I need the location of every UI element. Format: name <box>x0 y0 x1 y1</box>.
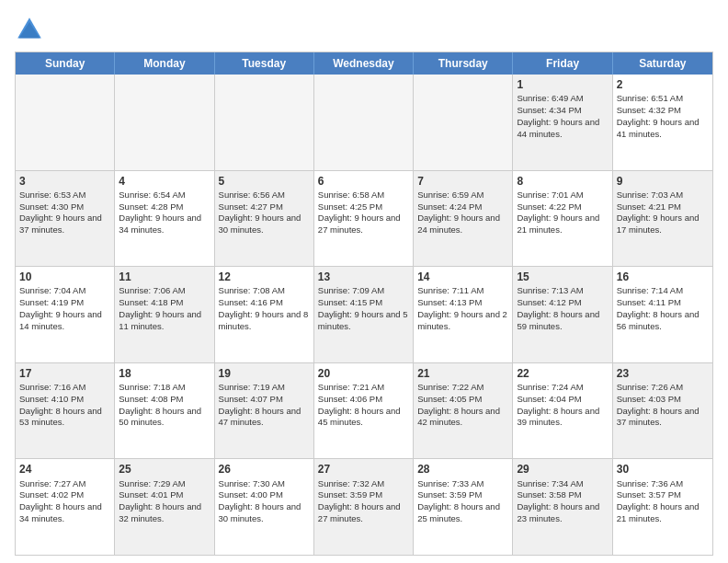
calendar-header: SundayMondayTuesdayWednesdayThursdayFrid… <box>16 52 712 75</box>
day-info: Sunrise: 6:58 AM Sunset: 4:25 PM Dayligh… <box>318 190 401 235</box>
day-number: 15 <box>517 270 608 284</box>
cal-cell-5-4: 27Sunrise: 7:32 AM Sunset: 3:59 PM Dayli… <box>314 459 414 555</box>
cal-cell-5-7: 30Sunrise: 7:36 AM Sunset: 3:57 PM Dayli… <box>613 459 712 555</box>
day-info: Sunrise: 7:19 AM Sunset: 4:07 PM Dayligh… <box>219 382 301 427</box>
day-number: 24 <box>19 462 110 477</box>
day-number: 8 <box>517 174 608 189</box>
cal-cell-1-1 <box>16 75 115 170</box>
cal-cell-2-4: 6Sunrise: 6:58 AM Sunset: 4:25 PM Daylig… <box>314 171 414 267</box>
day-number: 1 <box>517 77 608 92</box>
cal-cell-4-7: 23Sunrise: 7:26 AM Sunset: 4:03 PM Dayli… <box>613 363 712 459</box>
day-info: Sunrise: 7:32 AM Sunset: 3:59 PM Dayligh… <box>318 478 401 523</box>
cal-cell-5-1: 24Sunrise: 7:27 AM Sunset: 4:02 PM Dayli… <box>16 459 115 555</box>
cal-cell-3-4: 13Sunrise: 7:09 AM Sunset: 4:15 PM Dayli… <box>314 267 414 362</box>
header-day-sunday: Sunday <box>16 52 115 75</box>
day-number: 26 <box>219 462 310 477</box>
day-number: 28 <box>417 462 508 477</box>
svg-marker-1 <box>19 22 40 39</box>
day-number: 16 <box>617 270 709 284</box>
day-number: 4 <box>119 174 210 189</box>
day-number: 20 <box>318 366 409 381</box>
cal-cell-2-2: 4Sunrise: 6:54 AM Sunset: 4:28 PM Daylig… <box>115 171 214 267</box>
day-number: 5 <box>219 174 310 189</box>
day-info: Sunrise: 6:59 AM Sunset: 4:24 PM Dayligh… <box>417 190 500 235</box>
day-info: Sunrise: 7:18 AM Sunset: 4:08 PM Dayligh… <box>119 382 201 427</box>
day-number: 2 <box>617 77 709 92</box>
cal-cell-4-6: 22Sunrise: 7:24 AM Sunset: 4:04 PM Dayli… <box>513 363 612 459</box>
day-number: 19 <box>219 366 310 381</box>
cal-cell-4-2: 18Sunrise: 7:18 AM Sunset: 4:08 PM Dayli… <box>115 363 214 459</box>
day-number: 13 <box>318 270 409 284</box>
cal-cell-1-6: 1Sunrise: 6:49 AM Sunset: 4:34 PM Daylig… <box>513 75 612 170</box>
day-number: 30 <box>617 462 709 477</box>
day-number: 9 <box>617 174 709 189</box>
cal-cell-1-7: 2Sunrise: 6:51 AM Sunset: 4:32 PM Daylig… <box>613 75 712 170</box>
cal-cell-3-7: 16Sunrise: 7:14 AM Sunset: 4:11 PM Dayli… <box>613 267 712 362</box>
calendar: SundayMondayTuesdayWednesdayThursdayFrid… <box>15 52 713 556</box>
calendar-body: 1Sunrise: 6:49 AM Sunset: 4:34 PM Daylig… <box>16 75 712 555</box>
day-info: Sunrise: 6:49 AM Sunset: 4:34 PM Dayligh… <box>517 93 599 138</box>
week-row-3: 10Sunrise: 7:04 AM Sunset: 4:19 PM Dayli… <box>16 266 712 362</box>
day-info: Sunrise: 6:54 AM Sunset: 4:28 PM Dayligh… <box>119 190 201 235</box>
cal-cell-5-6: 29Sunrise: 7:34 AM Sunset: 3:58 PM Dayli… <box>513 459 612 555</box>
day-info: Sunrise: 7:24 AM Sunset: 4:04 PM Dayligh… <box>517 382 599 427</box>
day-info: Sunrise: 7:08 AM Sunset: 4:16 PM Dayligh… <box>219 285 309 330</box>
day-info: Sunrise: 7:33 AM Sunset: 3:59 PM Dayligh… <box>417 478 500 523</box>
week-row-4: 17Sunrise: 7:16 AM Sunset: 4:10 PM Dayli… <box>16 362 712 459</box>
day-number: 3 <box>19 174 110 189</box>
day-info: Sunrise: 7:27 AM Sunset: 4:02 PM Dayligh… <box>19 478 102 523</box>
cal-cell-1-2 <box>115 75 214 170</box>
day-number: 12 <box>219 270 310 284</box>
cal-cell-2-5: 7Sunrise: 6:59 AM Sunset: 4:24 PM Daylig… <box>414 171 513 267</box>
cal-cell-3-6: 15Sunrise: 7:13 AM Sunset: 4:12 PM Dayli… <box>513 267 612 362</box>
day-number: 14 <box>417 270 508 284</box>
day-info: Sunrise: 6:51 AM Sunset: 4:32 PM Dayligh… <box>617 93 700 138</box>
cal-cell-4-4: 20Sunrise: 7:21 AM Sunset: 4:06 PM Dayli… <box>314 363 414 459</box>
header-day-friday: Friday <box>513 52 612 75</box>
day-number: 27 <box>318 462 409 477</box>
day-number: 11 <box>119 270 210 284</box>
logo-icon <box>15 15 44 44</box>
cal-cell-4-3: 19Sunrise: 7:19 AM Sunset: 4:07 PM Dayli… <box>215 363 314 459</box>
header-day-thursday: Thursday <box>414 52 513 75</box>
day-info: Sunrise: 7:14 AM Sunset: 4:11 PM Dayligh… <box>617 285 700 330</box>
cal-cell-5-2: 25Sunrise: 7:29 AM Sunset: 4:01 PM Dayli… <box>115 459 214 555</box>
week-row-5: 24Sunrise: 7:27 AM Sunset: 4:02 PM Dayli… <box>16 458 712 555</box>
cal-cell-2-1: 3Sunrise: 6:53 AM Sunset: 4:30 PM Daylig… <box>16 171 115 267</box>
cal-cell-1-4 <box>314 75 414 170</box>
header-day-monday: Monday <box>115 52 214 75</box>
day-info: Sunrise: 7:04 AM Sunset: 4:19 PM Dayligh… <box>19 285 102 330</box>
day-number: 7 <box>417 174 508 189</box>
day-info: Sunrise: 6:53 AM Sunset: 4:30 PM Dayligh… <box>19 190 102 235</box>
cal-cell-3-5: 14Sunrise: 7:11 AM Sunset: 4:13 PM Dayli… <box>414 267 513 362</box>
day-info: Sunrise: 7:36 AM Sunset: 3:57 PM Dayligh… <box>617 478 700 523</box>
day-number: 18 <box>119 366 210 381</box>
day-number: 10 <box>19 270 110 284</box>
day-number: 17 <box>19 366 110 381</box>
cal-cell-1-5 <box>414 75 513 170</box>
day-info: Sunrise: 7:16 AM Sunset: 4:10 PM Dayligh… <box>19 382 102 427</box>
cal-cell-3-1: 10Sunrise: 7:04 AM Sunset: 4:19 PM Dayli… <box>16 267 115 362</box>
page: SundayMondayTuesdayWednesdayThursdayFrid… <box>0 0 728 563</box>
cal-cell-5-5: 28Sunrise: 7:33 AM Sunset: 3:59 PM Dayli… <box>414 459 513 555</box>
day-info: Sunrise: 7:30 AM Sunset: 4:00 PM Dayligh… <box>219 478 301 523</box>
day-info: Sunrise: 7:26 AM Sunset: 4:03 PM Dayligh… <box>617 382 700 427</box>
cal-cell-3-3: 12Sunrise: 7:08 AM Sunset: 4:16 PM Dayli… <box>215 267 314 362</box>
cal-cell-2-3: 5Sunrise: 6:56 AM Sunset: 4:27 PM Daylig… <box>215 171 314 267</box>
cal-cell-3-2: 11Sunrise: 7:06 AM Sunset: 4:18 PM Dayli… <box>115 267 214 362</box>
day-info: Sunrise: 7:29 AM Sunset: 4:01 PM Dayligh… <box>119 478 201 523</box>
day-info: Sunrise: 7:21 AM Sunset: 4:06 PM Dayligh… <box>318 382 401 427</box>
day-number: 23 <box>617 366 709 381</box>
header <box>15 15 713 44</box>
day-info: Sunrise: 7:01 AM Sunset: 4:22 PM Dayligh… <box>517 190 599 235</box>
cal-cell-2-7: 9Sunrise: 7:03 AM Sunset: 4:21 PM Daylig… <box>613 171 712 267</box>
header-day-saturday: Saturday <box>613 52 712 75</box>
day-number: 22 <box>517 366 608 381</box>
day-number: 21 <box>417 366 508 381</box>
cal-cell-1-3 <box>215 75 314 170</box>
day-number: 29 <box>517 462 608 477</box>
logo <box>15 15 48 44</box>
day-info: Sunrise: 7:06 AM Sunset: 4:18 PM Dayligh… <box>119 285 201 330</box>
header-day-wednesday: Wednesday <box>314 52 414 75</box>
day-info: Sunrise: 7:22 AM Sunset: 4:05 PM Dayligh… <box>417 382 500 427</box>
